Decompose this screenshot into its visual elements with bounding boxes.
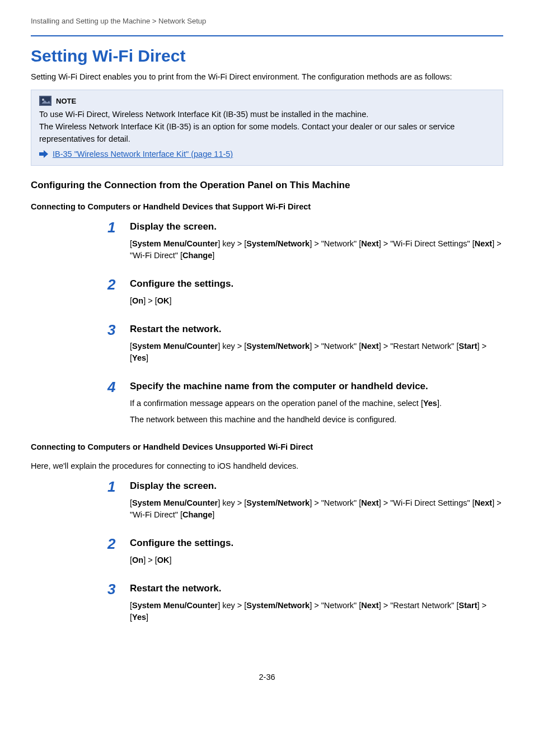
- step-detail: The network between this machine and the…: [130, 414, 503, 426]
- svg-marker-4: [39, 150, 48, 158]
- step-detail: [System Menu/Counter] key > [System/Netw…: [130, 238, 503, 262]
- step-number: 3: [107, 582, 130, 596]
- arrow-right-icon: [39, 150, 48, 158]
- page-number: 2-36: [31, 673, 503, 682]
- step-item: 2 Configure the settings. [On] > [OK]: [31, 538, 503, 571]
- page-title: Setting Wi-Fi Direct: [31, 46, 503, 66]
- step-number: 1: [107, 220, 130, 235]
- step-number: 3: [107, 323, 130, 337]
- step-detail: [On] > [OK]: [130, 295, 503, 307]
- note-box: NOTE To use Wi-Fi Direct, Wireless Netwo…: [31, 90, 503, 166]
- step-detail: [System Menu/Counter] key > [System/Netw…: [130, 340, 503, 364]
- intro-text: Setting Wi-Fi Direct enables you to prin…: [31, 72, 503, 81]
- step-title: Display the screen.: [130, 221, 503, 232]
- note-line: To use Wi-Fi Direct, Wireless Network In…: [39, 109, 495, 121]
- step-item: 1 Display the screen. [System Menu/Count…: [31, 480, 503, 525]
- note-line: The Wireless Network Interface Kit (IB-3…: [39, 121, 495, 146]
- step-detail: [System Menu/Counter] key > [System/Netw…: [130, 600, 503, 623]
- step-item: 3 Restart the network. [System Menu/Coun…: [31, 324, 503, 368]
- breadcrumb: Installing and Setting up the Machine > …: [31, 17, 503, 36]
- step-item: 3 Restart the network. [System Menu/Coun…: [31, 583, 503, 628]
- step-number: 2: [107, 277, 130, 292]
- step-number: 1: [107, 479, 130, 494]
- step-title: Restart the network.: [130, 324, 503, 335]
- subsection-heading: Connecting to Computers or Handheld Devi…: [31, 202, 503, 211]
- step-item: 1 Display the screen. [System Menu/Count…: [31, 221, 503, 266]
- body-paragraph: Here, we'll explain the procedures for c…: [31, 461, 503, 470]
- step-detail: [System Menu/Counter] key > [System/Netw…: [130, 497, 503, 521]
- step-title: Display the screen.: [130, 480, 503, 492]
- subsection-heading: Connecting to Computers or Handheld Devi…: [31, 442, 503, 451]
- section-heading: Configuring the Connection from the Oper…: [31, 180, 503, 191]
- step-title: Configure the settings.: [130, 278, 503, 290]
- step-number: 2: [107, 536, 130, 551]
- note-label: NOTE: [56, 97, 76, 105]
- note-icon: [39, 96, 51, 106]
- step-detail: If a confirmation message appears on the…: [130, 398, 503, 409]
- step-detail: [On] > [OK]: [130, 554, 503, 566]
- step-title: Configure the settings.: [130, 538, 503, 549]
- step-item: 4 Specify the machine name from the comp…: [31, 381, 503, 430]
- step-number: 4: [107, 380, 130, 394]
- svg-point-2: [42, 99, 44, 101]
- step-title: Restart the network.: [130, 583, 503, 594]
- step-title: Specify the machine name from the comput…: [130, 381, 503, 392]
- note-link[interactable]: IB-35 "Wireless Network Interface Kit" (…: [53, 150, 233, 158]
- step-item: 2 Configure the settings. [On] > [OK]: [31, 278, 503, 311]
